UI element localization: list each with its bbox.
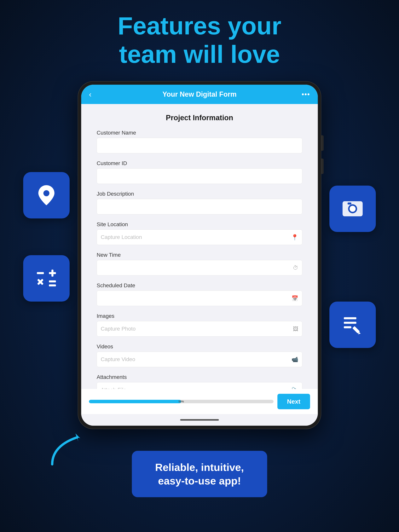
app-header: ‹ Your New Digital Form ••• <box>81 85 318 104</box>
tablet-device: ‹ Your New Digital Form ••• Project Info… <box>78 81 321 429</box>
form-section-title: Project Information <box>97 114 302 122</box>
field-attachments: Attachments Attach File 📎 <box>97 374 302 389</box>
photo-feature-icon <box>329 186 376 232</box>
field-scheduled-date: Scheduled Date 📅 <box>97 282 302 306</box>
svg-rect-4 <box>348 203 351 204</box>
field-new-time: New Time ⏱ <box>97 252 302 275</box>
form-edit-feature-icon <box>329 302 376 348</box>
app-footer: 50% Next <box>81 389 318 414</box>
svg-point-0 <box>43 190 49 196</box>
next-button[interactable]: Next <box>277 394 310 409</box>
calendar-icon: 📅 <box>291 295 298 302</box>
svg-rect-11 <box>49 284 56 286</box>
svg-rect-7 <box>51 270 53 277</box>
tagline-text: Reliable, intuitive, easy-to-use app! <box>147 461 252 488</box>
photo-icon: 🖼 <box>293 326 298 332</box>
location-pin-icon: 📍 <box>291 234 298 241</box>
form-content: Project Information Customer Name Custom… <box>81 104 318 389</box>
attachments-input[interactable]: Attach File 📎 <box>97 382 302 389</box>
field-job-description: Job Description <box>97 191 302 214</box>
svg-rect-14 <box>344 326 351 328</box>
site-location-input[interactable]: Capture Location 📍 <box>97 229 302 245</box>
time-icon: ⏱ <box>293 265 298 271</box>
field-site-location: Site Location Capture Location 📍 <box>97 221 302 245</box>
home-indicator <box>81 414 318 426</box>
video-icon: 📹 <box>291 356 298 363</box>
hero-title: Features your team will love <box>0 12 399 69</box>
location-feature-icon <box>23 172 70 218</box>
customer-id-input[interactable] <box>97 168 302 184</box>
progress-fill <box>89 400 181 403</box>
field-customer-name: Customer Name <box>97 130 302 153</box>
field-customer-id: Customer ID <box>97 160 302 184</box>
back-button[interactable]: ‹ <box>89 90 91 99</box>
job-description-input[interactable] <box>97 199 302 214</box>
arrow-decoration <box>46 430 85 468</box>
new-time-input[interactable]: ⏱ <box>97 260 302 275</box>
calculator-feature-icon <box>23 255 70 302</box>
menu-button[interactable]: ••• <box>302 90 310 98</box>
svg-rect-13 <box>344 322 356 324</box>
scheduled-date-input[interactable]: 📅 <box>97 291 302 306</box>
paperclip-icon: 📎 <box>291 387 298 389</box>
field-videos: Videos Capture Video 📹 <box>97 343 302 367</box>
svg-point-3 <box>349 206 355 212</box>
field-images: Images Capture Photo 🖼 <box>97 313 302 336</box>
svg-rect-12 <box>344 317 356 319</box>
app-title: Your New Digital Form <box>162 90 236 98</box>
customer-name-input[interactable] <box>97 138 302 153</box>
progress-label: 50% <box>178 400 184 403</box>
progress-bar: 50% <box>89 400 273 403</box>
images-input[interactable]: Capture Photo 🖼 <box>97 321 302 336</box>
svg-rect-5 <box>37 272 44 274</box>
videos-input[interactable]: Capture Video 📹 <box>97 352 302 367</box>
tagline-box: Reliable, intuitive, easy-to-use app! <box>132 451 267 497</box>
home-bar <box>180 419 219 421</box>
svg-rect-10 <box>49 280 56 282</box>
